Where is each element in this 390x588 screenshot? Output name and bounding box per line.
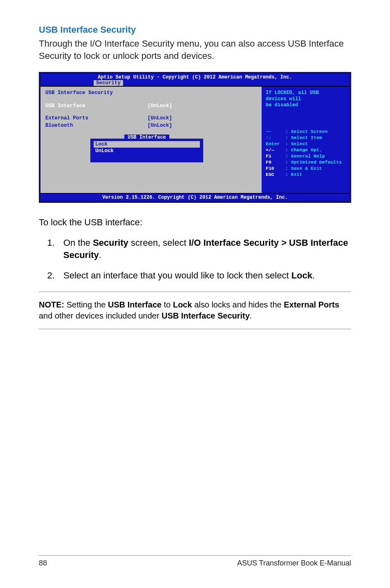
bios-tab-row: Security	[40, 80, 350, 86]
nav-desc: : Change Opt.	[285, 147, 322, 153]
bios-left-panel: USB Interface Security USB Interface [Un…	[40, 87, 262, 193]
bold-lock: Lock	[291, 270, 312, 281]
bios-popup-item-unlock[interactable]: UnLock	[94, 148, 200, 154]
nav-desc: : Select Screen	[285, 129, 328, 135]
manual-title: ASUS Transformer Book E-Manual	[237, 559, 351, 568]
nav-row: Enter: Select	[266, 141, 345, 147]
text: and other devices included under	[39, 311, 161, 320]
section-description: Through the I/O Interface Security menu,…	[39, 38, 351, 62]
steps-list: On the Security screen, select I/O Inter…	[39, 237, 351, 281]
nav-key: +/—	[266, 147, 285, 153]
bios-row-label: External Ports	[45, 115, 148, 121]
text: On the	[63, 238, 93, 248]
nav-desc: : General Help	[285, 153, 325, 159]
nav-desc: : Exit	[285, 172, 302, 178]
bios-popup-title: USB Interface	[124, 135, 169, 140]
text: .	[312, 270, 315, 281]
bios-row-usb-interface[interactable]: USB Interface [UnLock]	[45, 103, 257, 109]
nav-desc: : Optimized Defaults	[285, 159, 342, 166]
step-2: Select an interface that you would like …	[57, 269, 351, 282]
text: .	[99, 250, 101, 260]
text: screen, select	[128, 238, 189, 248]
bios-right-panel: If LOCKED, all USB devices will be disab…	[262, 87, 350, 193]
bios-footer: Version 2.15.1226. Copyright (C) 2012 Am…	[40, 193, 350, 201]
bios-header: Aptio Setup Utility - Copyright (C) 2012…	[40, 74, 350, 80]
bios-row-external-ports[interactable]: External Ports [UnLock]	[45, 115, 257, 121]
nav-row: F1: General Help	[266, 153, 345, 159]
text: also locks and hides the	[192, 300, 284, 309]
bold: Lock	[173, 300, 192, 309]
help-line: be disabled	[266, 102, 345, 108]
nav-key: F1	[266, 153, 285, 159]
page-number: 88	[39, 559, 47, 568]
nav-desc: : Select	[285, 141, 308, 147]
bios-screenshot: Aptio Setup Utility - Copyright (C) 2012…	[39, 72, 351, 203]
bold: USB Interface Security	[161, 311, 250, 320]
nav-key: →←	[266, 129, 285, 135]
note-label: NOTE:	[39, 300, 64, 309]
nav-desc: : Select Item	[285, 135, 322, 141]
text: .	[250, 311, 252, 320]
text: Setting the	[64, 300, 108, 309]
note-box: NOTE: Setting the USB Interface to Lock …	[39, 292, 351, 329]
text: to	[161, 300, 173, 309]
step-1: On the Security screen, select I/O Inter…	[57, 237, 351, 261]
bios-row-value: [UnLock]	[148, 123, 172, 128]
nav-key: ESC	[266, 172, 285, 178]
bios-context-help: If LOCKED, all USB devices will be disab…	[266, 90, 345, 108]
nav-key: F10	[266, 166, 285, 172]
bios-row-value: [UnLock]	[148, 115, 172, 121]
nav-row: ↑↓: Select Item	[266, 135, 345, 141]
nav-row: +/—: Change Opt.	[266, 147, 345, 153]
help-line: If LOCKED, all USB	[266, 90, 345, 96]
section-heading: USB Interface Security	[39, 25, 351, 35]
bios-panel-title: USB Interface Security	[45, 90, 257, 96]
nav-key: F9	[266, 159, 285, 166]
bios-nav-keys: →←: Select Screen ↑↓: Select Item Enter:…	[266, 129, 345, 178]
nav-row: ESC: Exit	[266, 172, 345, 178]
bios-row-value: [UnLock]	[148, 103, 172, 109]
bios-row-label: USB Interface	[45, 103, 148, 109]
bold: USB Interface	[108, 300, 161, 309]
nav-row: →←: Select Screen	[266, 129, 345, 135]
bold: External Ports	[284, 300, 339, 309]
nav-desc: : Save & Exit	[285, 166, 322, 172]
bios-popup-usb-interface: USB Interface Lock UnLock	[90, 138, 204, 163]
nav-key: Enter	[266, 141, 285, 147]
bios-main-area: USB Interface Security USB Interface [Un…	[40, 86, 350, 193]
bios-popup-item-lock[interactable]: Lock	[94, 141, 200, 148]
bold-security: Security	[93, 238, 128, 248]
nav-row: F9: Optimized Defaults	[266, 159, 345, 166]
nav-key: ↑↓	[266, 135, 285, 141]
page-footer: 88 ASUS Transformer Book E-Manual	[39, 555, 351, 568]
text: Select an interface that you would like …	[63, 270, 291, 281]
bios-row-label: Bluetooth	[45, 123, 148, 128]
help-line: devices will	[266, 96, 345, 102]
bios-security-tab[interactable]: Security	[94, 80, 123, 86]
nav-row: F10: Save & Exit	[266, 166, 345, 172]
bios-row-bluetooth[interactable]: Bluetooth [UnLock]	[45, 123, 257, 128]
instruction-lead: To lock the USB interface:	[39, 217, 351, 228]
spacer	[45, 110, 257, 115]
